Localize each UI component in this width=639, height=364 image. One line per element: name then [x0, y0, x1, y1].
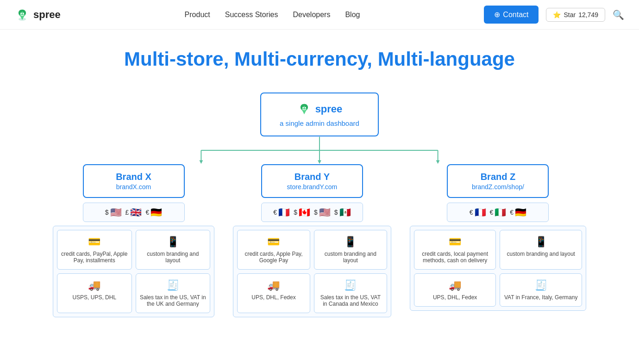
feature-label-2-2: UPS, DHL, Fedex — [433, 294, 477, 301]
feature-icon-1-0: 💳 — [267, 236, 280, 248]
feature-icon-0-2: 🚚 — [88, 279, 100, 291]
flags-section-2: €🇫🇷€🇮🇹€🇩🇪 — [447, 203, 549, 222]
root-node: spree a single admin dashboard — [260, 93, 379, 136]
diagram: spree a single admin dashboard — [53, 93, 586, 317]
nav-developers[interactable]: Developers — [293, 11, 330, 19]
feature-icon-0-0: 💳 — [88, 236, 100, 248]
nav-success-stories[interactable]: Success Stories — [225, 11, 278, 19]
feature-icon-1-1: 📱 — [344, 236, 357, 248]
flag-item-2-0: €🇫🇷 — [470, 207, 486, 218]
feature-label-1-0: credit cards, Apple Pay, Google Pay — [241, 251, 306, 264]
currency-2-2: € — [510, 209, 514, 216]
brand-card-1: Brand Y store.brandY.com — [261, 164, 363, 198]
flag-item-0-1: £🇬🇧 — [125, 207, 142, 218]
feature-label-0-2: USPS, UPS, DHL — [72, 294, 116, 301]
feature-label-1-1: custom branding and layout — [318, 251, 383, 264]
feature-icon-2-0: 💳 — [449, 236, 461, 248]
contact-button[interactable]: ⊕ Contact — [484, 6, 539, 24]
feature-icon-0-3: 🧾 — [167, 279, 179, 291]
github-icon: ⭐ — [553, 11, 561, 19]
github-label: Star — [564, 11, 576, 19]
feature-icon-2-3: 🧾 — [535, 279, 547, 291]
brand-url-0: brandX.com — [93, 183, 175, 191]
flag-emoji-0-1: 🇬🇧 — [130, 207, 142, 218]
feature-box-1-0: 💳 credit cards, Apple Pay, Google Pay — [237, 230, 310, 270]
flags-section-0: $🇺🇸£🇬🇧€🇩🇪 — [83, 203, 185, 222]
feature-box-0-1: 📱 custom branding and layout — [136, 230, 211, 270]
search-button[interactable]: 🔍 — [613, 9, 624, 20]
svg-point-1 — [20, 12, 22, 14]
brand-url-2: brandZ.com/shop/ — [457, 183, 539, 191]
brand-url-1: store.brandY.com — [271, 183, 353, 191]
nav-links: Product Success Stories Developers Blog — [185, 11, 360, 19]
tree-connector — [53, 136, 586, 164]
brand-card-0: Brand X brandX.com — [83, 164, 185, 198]
feature-box-0-3: 🧾 Sales tax in the US, VAT in the UK and… — [136, 273, 211, 313]
flag-emoji-0-2: 🇩🇪 — [150, 207, 162, 218]
feature-label-1-2: UPS, DHL, Fedex — [251, 294, 295, 301]
flag-item-0-0: $🇺🇸 — [105, 207, 122, 218]
feature-label-0-1: custom branding and layout — [140, 251, 207, 264]
svg-marker-12 — [436, 160, 440, 164]
github-star-button[interactable]: ⭐ Star 12,749 — [546, 8, 605, 22]
contact-icon: ⊕ — [494, 10, 500, 19]
feature-box-2-1: 📱 custom branding and layout — [500, 230, 582, 270]
brand-name-0: Brand X — [93, 172, 175, 182]
main-content: Multi-store, Multi-currency, Multi-langu… — [42, 30, 597, 345]
flag-item-1-1: $🇨🇦 — [294, 207, 310, 218]
currency-1-2: $ — [314, 209, 318, 216]
flag-item-1-3: $🇲🇽 — [334, 207, 351, 218]
features-section-1: 💳 credit cards, Apple Pay, Google Pay 📱 … — [233, 226, 391, 317]
currency-2-1: € — [490, 209, 494, 216]
brand-column-1: Brand Y store.brandY.com €🇫🇷$🇨🇦$🇺🇸$🇲🇽 💳 … — [233, 164, 391, 317]
nav-right: ⊕ Contact ⭐ Star 12,749 🔍 — [484, 6, 624, 24]
root-logo: spree — [280, 102, 359, 117]
contact-label: Contact — [503, 11, 528, 19]
currency-2-0: € — [470, 209, 473, 216]
flag-emoji-1-3: 🇲🇽 — [339, 207, 351, 218]
feature-box-1-1: 📱 custom branding and layout — [314, 230, 387, 270]
feature-label-2-1: custom branding and layout — [507, 251, 575, 257]
flag-item-1-2: $🇺🇸 — [314, 207, 331, 218]
feature-icon-1-3: 🧾 — [344, 279, 357, 291]
feature-label-1-3: Sales tax in the US, VAT in Canada and M… — [318, 294, 383, 307]
page-title: Multi-store, Multi-currency, Multi-langu… — [53, 48, 586, 70]
features-section-0: 💳 credit cards, PayPal, Apple Pay, insta… — [53, 226, 214, 317]
brand-column-2: Brand Z brandZ.com/shop/ €🇫🇷€🇮🇹€🇩🇪 💳 cre… — [410, 164, 586, 311]
feature-box-0-2: 🚚 USPS, UPS, DHL — [57, 273, 132, 313]
flags-section-1: €🇫🇷$🇨🇦$🇺🇸$🇲🇽 — [261, 203, 363, 222]
logo-text: spree — [33, 9, 61, 21]
features-section-2: 💳 credit cards, local payment methods, c… — [410, 226, 586, 311]
svg-point-4 — [304, 107, 306, 108]
flag-emoji-2-0: 🇫🇷 — [475, 207, 486, 218]
feature-box-2-0: 💳 credit cards, local payment methods, c… — [414, 230, 496, 270]
flag-item-1-0: €🇫🇷 — [273, 207, 290, 218]
flag-item-0-2: €🇩🇪 — [145, 207, 162, 218]
feature-label-0-0: credit cards, PayPal, Apple Pay, install… — [61, 251, 128, 264]
logo-link[interactable]: spree — [15, 7, 61, 22]
feature-box-1-2: 🚚 UPS, DHL, Fedex — [237, 273, 310, 313]
feature-icon-2-1: 📱 — [535, 236, 547, 248]
currency-0-1: £ — [125, 209, 129, 216]
feature-box-2-2: 🚚 UPS, DHL, Fedex — [414, 273, 496, 307]
feature-icon-2-2: 🚚 — [449, 279, 461, 291]
feature-box-1-3: 🧾 Sales tax in the US, VAT in Canada and… — [314, 273, 387, 313]
feature-box-2-3: 🧾 VAT in France, Italy, Germany — [500, 273, 582, 307]
root-subtitle: a single admin dashboard — [280, 119, 359, 127]
flag-emoji-1-2: 🇺🇸 — [319, 207, 331, 218]
svg-marker-11 — [318, 160, 321, 164]
brand-column-0: Brand X brandX.com $🇺🇸£🇬🇧€🇩🇪 💳 credit ca… — [53, 164, 214, 317]
feature-label-2-3: VAT in France, Italy, Germany — [504, 294, 578, 301]
currency-0-0: $ — [105, 209, 109, 216]
nav-blog[interactable]: Blog — [345, 11, 360, 19]
brand-card-2: Brand Z brandZ.com/shop/ — [447, 164, 549, 198]
brand-name-2: Brand Z — [457, 172, 539, 182]
flag-emoji-0-0: 🇺🇸 — [110, 207, 122, 218]
currency-1-3: $ — [334, 209, 338, 216]
feature-icon-0-1: 📱 — [167, 236, 179, 248]
brands-row: Brand X brandX.com $🇺🇸£🇬🇧€🇩🇪 💳 credit ca… — [53, 164, 586, 317]
feature-box-0-0: 💳 credit cards, PayPal, Apple Pay, insta… — [57, 230, 132, 270]
nav-product[interactable]: Product — [185, 11, 210, 19]
feature-icon-1-2: 🚚 — [267, 279, 280, 291]
github-count: 12,749 — [578, 11, 598, 19]
